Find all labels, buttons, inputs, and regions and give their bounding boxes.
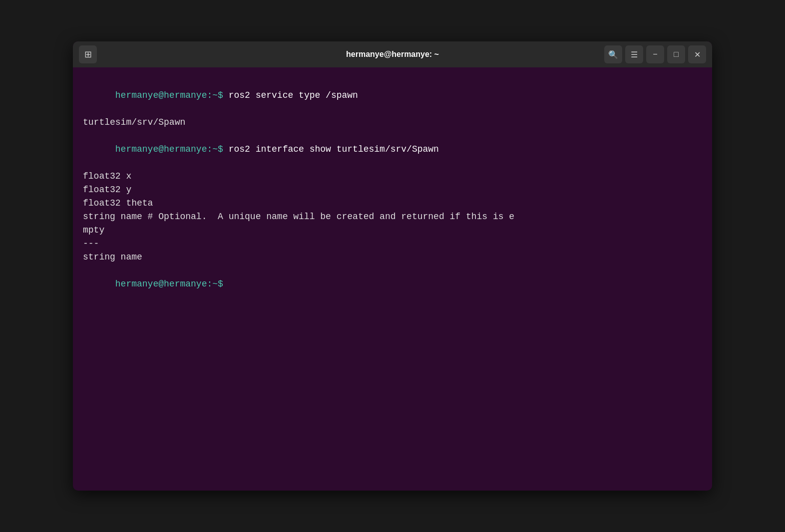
terminal-line: hermanye@hermanye:~$ (83, 264, 702, 304)
minimize-button[interactable]: − (646, 45, 664, 63)
prompt: hermanye@hermanye:~$ (115, 279, 229, 289)
command-text: ros2 interface show turtlesim/srv/Spawn (229, 144, 439, 154)
terminal-window: ⊞ hermanye@hermanye: ~ 🔍 ☰ − □ ✕ h (73, 41, 712, 491)
terminal-line: hermanye@hermanye:~$ ros2 interface show… (83, 129, 702, 170)
terminal-line: --- (83, 237, 702, 251)
terminal-line: float32 y (83, 183, 702, 197)
terminal-line: turtlesim/srv/Spawn (83, 116, 702, 129)
search-button[interactable]: 🔍 (604, 45, 622, 63)
command-text: ros2 service type /spawn (229, 90, 358, 100)
minimize-icon: − (653, 50, 657, 59)
new-tab-icon: ⊞ (84, 49, 92, 60)
titlebar-controls: 🔍 ☰ − □ ✕ (604, 45, 706, 63)
maximize-icon: □ (674, 50, 679, 59)
terminal-line: mpty (83, 224, 702, 237)
search-icon: 🔍 (608, 50, 618, 59)
terminal-line: float32 theta (83, 197, 702, 210)
window-title: hermanye@hermanye: ~ (346, 50, 439, 59)
prompt: hermanye@hermanye:~$ (115, 90, 229, 100)
menu-icon: ☰ (631, 50, 638, 59)
titlebar: ⊞ hermanye@hermanye: ~ 🔍 ☰ − □ ✕ (73, 41, 712, 67)
new-tab-button[interactable]: ⊞ (79, 45, 97, 63)
maximize-button[interactable]: □ (667, 45, 685, 63)
terminal-body[interactable]: hermanye@hermanye:~$ ros2 service type /… (73, 67, 712, 491)
close-button[interactable]: ✕ (688, 45, 706, 63)
terminal-line: hermanye@hermanye:~$ ros2 service type /… (83, 75, 702, 116)
menu-button[interactable]: ☰ (625, 45, 643, 63)
terminal-line: float32 x (83, 170, 702, 183)
titlebar-left: ⊞ (79, 45, 97, 63)
terminal-line: string name # Optional. A unique name wi… (83, 210, 702, 224)
prompt: hermanye@hermanye:~$ (115, 144, 229, 154)
terminal-line: string name (83, 251, 702, 264)
close-icon: ✕ (694, 50, 701, 59)
